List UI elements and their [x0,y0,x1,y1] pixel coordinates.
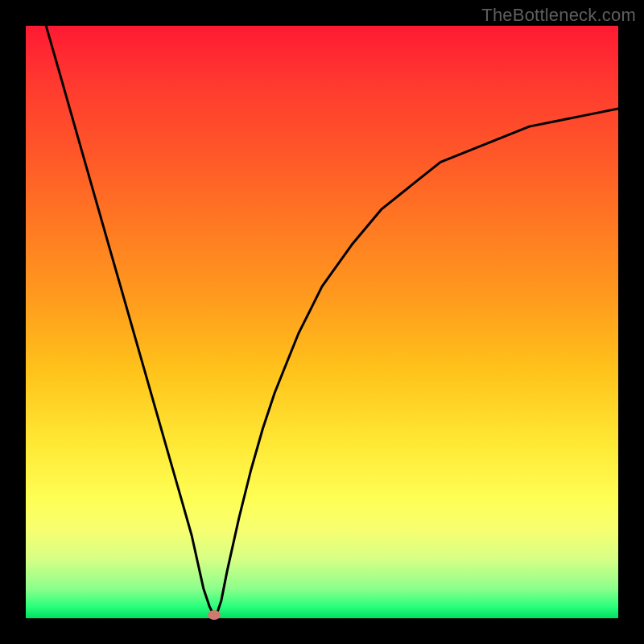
minimum-marker [208,610,221,620]
chart-frame [26,26,618,618]
bottleneck-curve [26,26,618,618]
watermark-text: TheBottleneck.com [481,5,636,26]
